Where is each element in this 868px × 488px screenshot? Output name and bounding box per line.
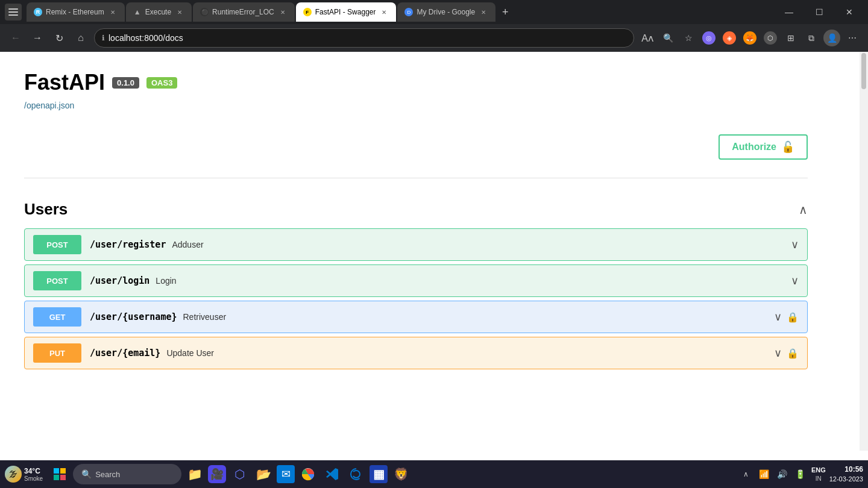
file-explorer-icon[interactable]: 📁 <box>184 463 206 485</box>
weather-icon: 🌫 <box>5 466 22 483</box>
volume-icon[interactable]: 🔊 <box>775 467 790 481</box>
taskbar-search[interactable]: 🔍 Search <box>73 464 181 484</box>
svg-rect-6 <box>60 475 66 480</box>
vscode-icon[interactable] <box>321 463 343 485</box>
tab-close-drive[interactable]: ✕ <box>479 7 488 17</box>
translate-icon[interactable]: Aʌ <box>639 30 656 46</box>
lang-region: IN <box>816 475 822 483</box>
tab-favicon-fastapi: F <box>303 8 312 16</box>
tab-execute[interactable]: ▲ Execute ✕ <box>126 2 192 22</box>
tab-favicon-drive: D <box>404 8 413 16</box>
users-section-header: Users ∧ <box>24 190 808 228</box>
method-badge-post-register: POST <box>33 235 81 254</box>
oas3-badge: OAS3 <box>146 77 177 89</box>
brave-icon[interactable]: 🦁 <box>390 463 412 485</box>
clock-date: 12-03-2023 <box>829 475 863 484</box>
expand-login-icon[interactable]: ∨ <box>791 274 799 287</box>
tab-close-github[interactable]: ✕ <box>278 7 288 17</box>
expand-username-icon[interactable]: ∨ <box>774 310 782 324</box>
endpoint-desc-login: Login <box>156 276 176 286</box>
blue-app-icon[interactable]: ▦ <box>370 465 388 483</box>
new-tab-button[interactable]: + <box>497 4 514 20</box>
endpoint-post-register[interactable]: POST /user/register Adduser ∨ <box>24 228 808 261</box>
endpoint-desc-register: Adduser <box>172 240 203 249</box>
tab-mydrive[interactable]: D My Drive - Google ✕ <box>397 2 495 22</box>
lang-code: ENG <box>811 466 826 474</box>
svg-rect-1 <box>8 11 18 13</box>
tab-close-execute[interactable]: ✕ <box>175 7 184 17</box>
settings-menu-icon[interactable]: ⋯ <box>844 30 861 46</box>
users-collapse-icon[interactable]: ∧ <box>799 202 808 217</box>
security-icon: ℹ <box>102 34 105 42</box>
tab-title-execute: Execute <box>145 8 171 16</box>
favorites-icon[interactable]: ☆ <box>680 30 697 46</box>
endpoint-get-username[interactable]: GET /user/{username} Retriveuser ∨ 🔒 <box>24 301 808 333</box>
users-section: Users ∧ POST /user/register Adduser ∨ <box>24 190 808 373</box>
authorize-label: Authorize <box>732 142 776 152</box>
method-badge-post-login: POST <box>33 271 81 290</box>
endpoint-post-login[interactable]: POST /user/login Login ∨ <box>24 264 808 297</box>
scrollbar-thumb[interactable] <box>861 53 866 89</box>
folder-yellow-icon[interactable]: 📂 <box>253 463 274 485</box>
tab-title-drive: My Drive - Google <box>417 8 475 16</box>
openapi-link[interactable]: /openapi.json <box>24 101 74 110</box>
tab-remix[interactable]: R Remix - Ethereum ✕ <box>27 2 125 22</box>
extension-3-icon[interactable]: 🦊 <box>741 30 758 46</box>
weather-info: 34°C Smoke <box>24 467 43 482</box>
extension-2-icon[interactable]: ◈ <box>721 30 738 46</box>
weather-temp: 34°C <box>24 467 43 475</box>
mail-icon[interactable]: ✉ <box>277 465 295 483</box>
home-button[interactable]: ⌂ <box>72 30 89 46</box>
endpoint-put-email[interactable]: PUT /user/{email} Update User ∨ 🔒 <box>24 337 808 369</box>
tab-groups-icon[interactable]: ⧉ <box>803 30 820 46</box>
extension-4-icon[interactable]: ⬡ <box>762 30 779 46</box>
multi-app-icon[interactable]: ⬡ <box>228 463 250 485</box>
endpoint-list: POST /user/register Adduser ∨ POST /user… <box>24 228 808 373</box>
svg-rect-3 <box>54 468 59 474</box>
battery-icon[interactable]: 🔋 <box>793 467 808 481</box>
profile-icon[interactable]: 👤 <box>823 30 840 46</box>
forward-button[interactable]: → <box>29 30 46 46</box>
refresh-button[interactable]: ↻ <box>51 30 68 46</box>
tab-favicon-execute: ▲ <box>133 8 142 16</box>
authorize-button[interactable]: Authorize 🔓 <box>719 134 808 160</box>
chrome-icon[interactable] <box>297 463 319 485</box>
expand-register-icon[interactable]: ∨ <box>791 238 799 251</box>
favorites-bar-icon[interactable]: ⊞ <box>782 30 799 46</box>
maximize-button[interactable]: ☐ <box>805 0 833 24</box>
address-url: localhost:8000/docs <box>108 33 626 43</box>
tab-close-fastapi[interactable]: ✕ <box>379 7 389 17</box>
fastapi-header: FastAPI 0.1.0 OAS3 <box>24 70 808 95</box>
page-scrollbar[interactable] <box>860 52 868 451</box>
endpoint-path-login: /user/login <box>90 275 149 286</box>
users-section-title: Users <box>24 200 68 219</box>
search-toolbar-icon[interactable]: 🔍 <box>659 30 676 46</box>
tab-fastapi[interactable]: F FastAPI - Swagger ✕ <box>296 2 397 22</box>
back-button[interactable]: ← <box>7 30 24 46</box>
taskbar-search-label: Search <box>95 470 120 479</box>
version-badge: 0.1.0 <box>112 77 139 89</box>
extension-1-icon[interactable]: ◎ <box>700 30 717 46</box>
clock-time: 10:56 <box>844 465 863 475</box>
tab-favicon-remix: R <box>34 8 42 16</box>
tab-close-remix[interactable]: ✕ <box>108 7 118 17</box>
tab-github[interactable]: ⚫ RuntimeError_LOC ✕ <box>193 2 295 22</box>
svg-rect-2 <box>8 14 18 16</box>
browser-menu-icon[interactable] <box>5 4 22 20</box>
endpoint-path-register: /user/register <box>90 239 166 250</box>
tray-chevron-icon[interactable]: ∧ <box>739 467 753 481</box>
close-button[interactable]: ✕ <box>835 0 863 24</box>
expand-email-icon[interactable]: ∨ <box>774 346 782 360</box>
taskbar: 🌫 34°C Smoke 🔍 Search 📁 🎥 ⬡ 📂 ✉ <box>0 460 868 488</box>
video-app-icon[interactable]: 🎥 <box>208 465 226 483</box>
windows-start-button[interactable] <box>49 463 71 485</box>
authorize-section: Authorize 🔓 <box>24 122 808 178</box>
weather-widget: 🌫 34°C Smoke <box>5 466 43 483</box>
edge-icon[interactable] <box>345 463 367 485</box>
endpoint-desc-email: Update User <box>166 348 214 358</box>
network-icon[interactable]: 📶 <box>757 467 772 481</box>
taskbar-clock[interactable]: 10:56 12-03-2023 <box>829 465 863 484</box>
minimize-button[interactable]: — <box>775 0 803 24</box>
taskbar-search-icon: 🔍 <box>81 469 92 479</box>
tab-title-github: RuntimeError_LOC <box>212 8 274 16</box>
